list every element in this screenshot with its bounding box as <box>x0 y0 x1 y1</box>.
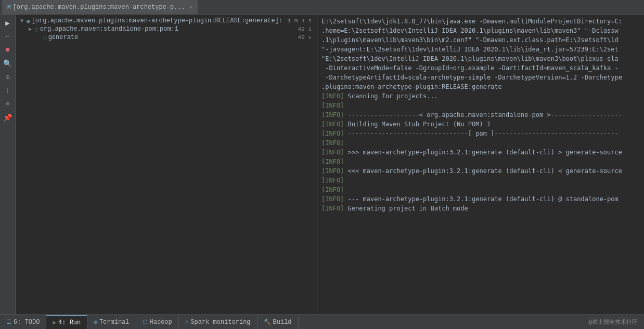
terminal-icon: ⊞ <box>94 319 97 325</box>
build-icon: 🔨 <box>264 319 271 325</box>
spinner-icon: ◉ <box>27 18 30 24</box>
console-line: -DinteractiveMode=false -DgroupId=org.ex… <box>321 63 640 73</box>
console-line: [INFO] <box>321 176 640 185</box>
console-line: -DarchetypeArtifactId=scala-archetype-si… <box>321 73 640 82</box>
bottom-right-text: @稀土掘金技术社区 <box>588 318 644 326</box>
console-line: .plugins:maven-archetype-plugin:RELEASE:… <box>321 82 640 91</box>
console-line: [INFO] Generating project in Batch mode <box>321 204 640 213</box>
run-panel: ▼ ◉ [org.apache.maven.plugins:maven-arch… <box>16 15 317 314</box>
tree-row[interactable]: ◌ generate 49 s <box>19 33 314 42</box>
maven-icon: M <box>7 4 11 10</box>
sidebar-icon-pin[interactable]: 📌 <box>2 111 14 124</box>
time-badge: 49 s <box>298 34 314 41</box>
tab-run[interactable]: ▶ 4: Run <box>46 315 87 329</box>
time-badge: 49 s <box>298 26 314 32</box>
run-icon: ▶ <box>53 319 56 326</box>
bottom-tabs: ☰ 6: TODO ▶ 4: Run ⊞ Terminal ⬡ Hadoop ⚡… <box>0 315 588 329</box>
tree-node-label: generate <box>48 34 79 41</box>
tab-spark-label: Spark monitoring <box>190 319 250 326</box>
expand-icon[interactable]: ▼ <box>19 18 25 24</box>
console-line: [INFO] -------------------< org.apache.m… <box>321 110 640 120</box>
hadoop-icon: ⬡ <box>143 319 148 325</box>
tab-hadoop-label: Hadoop <box>150 319 172 326</box>
main-content: ▶ ← ■ 🔍 ⊙ ↓ ≡ 📌 ▼ ◉ [org.apache.maven.pl… <box>0 15 644 314</box>
sidebar-icon-stop[interactable]: ■ <box>2 44 14 56</box>
tree-row[interactable]: ▶ ◌ org.apache.maven:standalone-pom:pom:… <box>19 25 314 33</box>
tab-todo-label: 6: TODO <box>14 319 40 326</box>
close-tab-icon[interactable]: ✕ <box>189 4 192 10</box>
tab-bar: M [org.apache.maven.plugins:maven-archet… <box>0 0 644 15</box>
console-line: E:\2setsoft\1dev\jdk1.8.0_77\bin\java.ex… <box>321 17 640 26</box>
sidebar-icon-scroll[interactable]: ↓ <box>2 84 14 97</box>
console-line: [INFO] <box>321 101 640 110</box>
sidebar-icon-settings[interactable]: ≡ <box>2 98 14 110</box>
console-line: .1\plugins\maven\lib\maven3\bin\m2.conf"… <box>321 35 640 45</box>
spinner-icon: ◌ <box>35 26 38 33</box>
console-line: "E:\2setsoft\1dev\IntelliJ IDEA 2020.1\p… <box>321 54 640 63</box>
tab-terminal[interactable]: ⊞ Terminal <box>87 315 136 329</box>
sidebar-icon-search[interactable]: 🔍 <box>2 57 14 70</box>
tab-run-label: 4: Run <box>58 319 81 326</box>
tree-row[interactable]: ▼ ◉ [org.apache.maven.plugins:maven-arch… <box>19 17 314 25</box>
tab-hadoop[interactable]: ⬡ Hadoop <box>136 315 179 329</box>
tree-area: ▼ ◉ [org.apache.maven.plugins:maven-arch… <box>16 15 317 314</box>
tab-todo[interactable]: ☰ 6: TODO <box>0 315 46 329</box>
spark-icon: ⚡ <box>185 319 189 325</box>
time-badge: 1 m 4 s <box>288 18 314 24</box>
tree-node-label: org.apache.maven:standalone-pom:pom:1 <box>40 25 178 33</box>
console-line: [INFO] <box>321 157 640 166</box>
expand-icon[interactable]: ▶ <box>27 26 33 32</box>
bottom-bar: ☰ 6: TODO ▶ 4: Run ⊞ Terminal ⬡ Hadoop ⚡… <box>0 314 644 329</box>
tree-node-label: [org.apache.maven.plugins:maven-archetyp… <box>32 17 282 24</box>
console-line: .home=E:\2setsoft\1dev\IntelliJ IDEA 202… <box>321 26 640 35</box>
run-tab[interactable]: M [org.apache.maven.plugins:maven-archet… <box>2 0 198 14</box>
todo-icon: ☰ <box>6 319 11 325</box>
console-line: [INFO] Scanning for projects... <box>321 91 640 101</box>
sidebar-icon-rerun[interactable]: ▶ <box>2 17 14 29</box>
console-line: [INFO] Building Maven Stub Project (No P… <box>321 120 640 129</box>
sidebar-icon-camera[interactable]: ⊙ <box>2 71 14 83</box>
console-output[interactable]: E:\2setsoft\1dev\jdk1.8.0_77\bin\java.ex… <box>317 15 644 314</box>
console-line: [INFO] <<< maven-archetype-plugin:3.2.1:… <box>321 166 640 176</box>
tab-build-label: Build <box>273 319 292 326</box>
console-line: [INFO] --------------------------------[… <box>321 129 640 138</box>
tab-build[interactable]: 🔨 Build <box>257 315 299 329</box>
tab-title: [org.apache.maven.plugins:maven-archetyp… <box>13 4 185 11</box>
tab-spark[interactable]: ⚡ Spark monitoring <box>179 315 257 329</box>
sidebar-icons: ▶ ← ■ 🔍 ⊙ ↓ ≡ 📌 <box>0 15 16 314</box>
console-line: [INFO] <box>321 138 640 148</box>
sidebar-icon-back[interactable]: ← <box>2 30 14 43</box>
console-line: [INFO] <box>321 185 640 194</box>
console-line: [INFO] >>> maven-archetype-plugin:3.2.1:… <box>321 148 640 157</box>
spinner-icon: ◌ <box>43 34 47 41</box>
tab-terminal-label: Terminal <box>99 319 130 326</box>
console-line: "-javaagent:E:\2setsoft\1dev\IntelliJ ID… <box>321 45 640 54</box>
console-line: [INFO] --- maven-archetype-plugin:3.2.1:… <box>321 194 640 204</box>
